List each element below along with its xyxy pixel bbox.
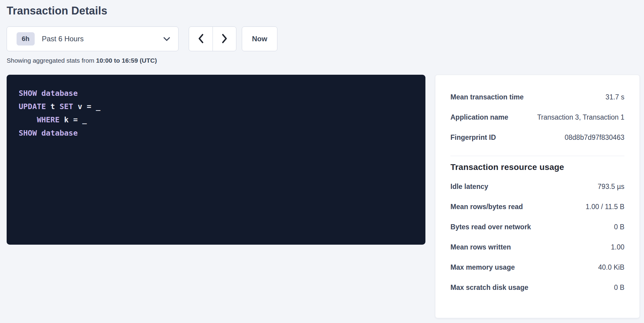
time-range-badge: 6h [17, 32, 35, 45]
row-label: Bytes read over network [450, 223, 537, 231]
row-value: 08d8b7d97f830463 [565, 133, 624, 142]
sql-line: UPDATE t SET v = _ [19, 102, 100, 111]
page-title: Transaction Details [7, 4, 640, 17]
row-label: Mean transaction time [450, 93, 530, 101]
row-label: Fingerprint ID [450, 133, 502, 142]
time-pager [189, 27, 236, 51]
summary-row: Fingerprint ID 08d8b7d97f830463 [450, 127, 624, 148]
row-value: 793.5 µs [598, 183, 624, 191]
section-divider [450, 156, 624, 156]
prev-time-button[interactable] [189, 27, 213, 51]
summary-row: Mean transaction time 31.7 s [450, 87, 624, 107]
time-range-select[interactable]: 6h Past 6 Hours [7, 27, 178, 51]
chevron-right-icon [221, 33, 228, 45]
caption-time-range: 10:00 to 16:59 (UTC) [96, 57, 157, 64]
summary-row: Max memory usage 40.0 KiB [450, 257, 624, 278]
transaction-details-page: Transaction Details 6h Past 6 Hours [0, 0, 644, 323]
row-value: Transaction 3, Transaction 1 [537, 113, 624, 121]
row-value: 0 B [614, 223, 624, 231]
row-value: 1.00 / 11.5 B [586, 203, 624, 211]
time-controls: 6h Past 6 Hours [7, 27, 640, 51]
row-label: Mean rows written [450, 243, 517, 251]
now-button[interactable]: Now [242, 27, 277, 51]
time-range-label: Past 6 Hours [42, 35, 84, 43]
caption-prefix: Showing aggregated stats from [7, 57, 96, 64]
sql-statements-code: SHOW database UPDATE t SET v = _ WHERE k… [19, 87, 413, 140]
summary-row: Bytes read over network 0 B [450, 217, 624, 237]
summary-row: Mean rows/bytes read 1.00 / 11.5 B [450, 197, 624, 217]
summary-row: Max scratch disk usage 0 B [450, 278, 624, 298]
summary-card: Mean transaction time 31.7 s Application… [435, 75, 640, 318]
row-label: Idle latency [450, 183, 494, 191]
row-label: Application name [450, 113, 514, 121]
chevron-left-icon [197, 33, 204, 45]
summary-row: Application name Transaction 3, Transact… [450, 107, 624, 127]
overview-section: Mean transaction time 31.7 s Application… [450, 87, 624, 148]
sql-statements-panel: SHOW database UPDATE t SET v = _ WHERE k… [7, 75, 425, 245]
row-value: 40.0 KiB [598, 263, 624, 271]
next-time-button[interactable] [213, 27, 236, 51]
row-label: Max memory usage [450, 263, 521, 271]
sql-line: WHERE k = _ [19, 115, 87, 124]
row-label: Mean rows/bytes read [450, 203, 529, 211]
sql-line: SHOW database [19, 89, 78, 98]
summary-row: Mean rows written 1.00 [450, 237, 624, 257]
chevron-down-icon [163, 37, 170, 41]
sql-line: SHOW database [19, 129, 78, 137]
aggregated-stats-caption: Showing aggregated stats from 10:00 to 1… [7, 57, 640, 64]
row-value: 31.7 s [605, 93, 624, 101]
row-label: Max scratch disk usage [450, 284, 534, 292]
resource-usage-heading: Transaction resource usage [450, 162, 624, 172]
row-value: 1.00 [611, 243, 624, 251]
resource-usage-section: Transaction resource usage Idle latency … [450, 162, 624, 298]
main-content: SHOW database UPDATE t SET v = _ WHERE k… [7, 75, 640, 318]
summary-row: Idle latency 793.5 µs [450, 177, 624, 197]
row-value: 0 B [614, 284, 624, 292]
